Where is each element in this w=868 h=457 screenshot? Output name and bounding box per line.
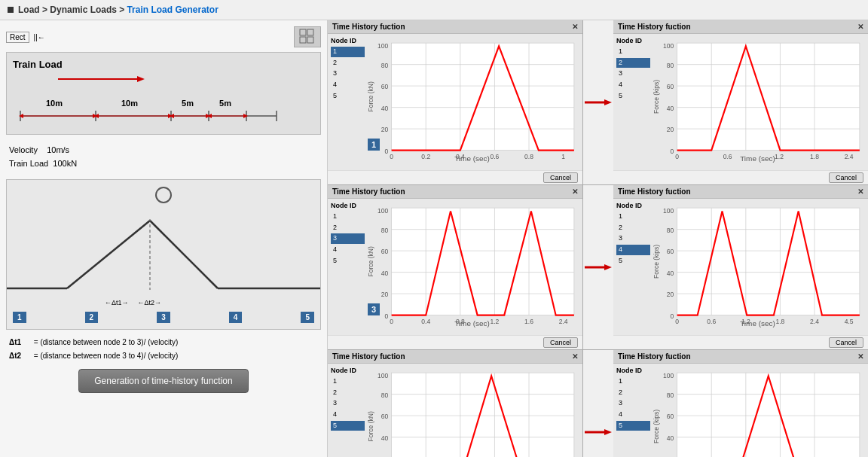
chart-2-close[interactable]: ✕ bbox=[857, 23, 863, 31]
node-2-5[interactable]: 5 bbox=[616, 91, 650, 102]
node-4-box[interactable]: 4 bbox=[229, 312, 243, 323]
toolbar-rect[interactable]: Rect bbox=[6, 32, 29, 43]
svg-text:80: 80 bbox=[381, 227, 389, 234]
chart-3-area: Time (sec) Force (kN) 0 20 40 60 80 100 … bbox=[365, 202, 579, 332]
chart-cell-1: Time History fuction ✕ Node ID 1 2 3 4 5 bbox=[328, 20, 583, 184]
svg-text:0.6: 0.6 bbox=[723, 153, 732, 160]
chart-1-cancel[interactable]: Cancel bbox=[543, 172, 578, 183]
svg-text:2.4: 2.4 bbox=[559, 318, 568, 325]
breadcrumb-link[interactable]: Train Load Generator bbox=[127, 5, 218, 15]
node-3-1[interactable]: 1 bbox=[331, 212, 365, 222]
node-1-4[interactable]: 4 bbox=[331, 80, 365, 90]
node-6-1[interactable]: 1 bbox=[616, 376, 650, 387]
chart-6-nodelist: Node ID 1 2 3 4 5 bbox=[616, 367, 650, 457]
node-5-5[interactable]: 5 bbox=[331, 421, 365, 431]
svg-text:60: 60 bbox=[667, 413, 674, 420]
node-4-3[interactable]: 3 bbox=[616, 233, 650, 244]
formula-section: Δt1 = (distance between node 2 to 3)/ (v… bbox=[6, 336, 321, 363]
node-id-label-6: Node ID bbox=[616, 367, 650, 374]
node-2-box[interactable]: 2 bbox=[85, 312, 99, 323]
svg-text:4.5: 4.5 bbox=[845, 318, 854, 325]
node-6-4[interactable]: 4 bbox=[616, 410, 650, 420]
node-4-1[interactable]: 1 bbox=[616, 212, 650, 222]
svg-text:60: 60 bbox=[381, 413, 389, 420]
chart-3-badge: 3 bbox=[368, 303, 380, 315]
node-2-3[interactable]: 3 bbox=[616, 69, 650, 79]
node-5-1[interactable]: 1 bbox=[331, 376, 365, 387]
velocity-label: Velocity bbox=[9, 145, 38, 154]
svg-text:0.6: 0.6 bbox=[707, 318, 716, 325]
node-3-4[interactable]: 4 bbox=[331, 245, 365, 255]
svg-text:60: 60 bbox=[381, 248, 389, 255]
chart-row-1: Time History fuction ✕ Node ID 1 2 3 4 5 bbox=[328, 20, 868, 185]
svg-text:1: 1 bbox=[561, 153, 565, 160]
train-load-title: Train Load bbox=[13, 59, 314, 70]
node-2-1[interactable]: 1 bbox=[616, 47, 650, 57]
node-1-1[interactable]: 1 bbox=[331, 47, 365, 57]
svg-text:100: 100 bbox=[663, 42, 674, 50]
chart-4-header: Time History fuction ✕ bbox=[613, 185, 868, 199]
svg-text:0.2: 0.2 bbox=[421, 153, 430, 160]
chart-2-nodelist: Node ID 1 2 3 4 5 bbox=[616, 37, 650, 167]
chart-6-close[interactable]: ✕ bbox=[857, 352, 863, 361]
chart-4-cancel[interactable]: Cancel bbox=[829, 337, 863, 348]
delta-labels: ←Δt1→ ←Δt2→ bbox=[105, 299, 161, 306]
chart-3-nodelist: Node ID 1 2 3 4 5 bbox=[331, 202, 365, 332]
generate-button[interactable]: Generation of time-history function bbox=[78, 369, 248, 393]
chart-1-header: Time History fuction ✕ bbox=[328, 20, 582, 34]
velocity-value: 10m/s bbox=[47, 145, 69, 154]
svg-text:2.4: 2.4 bbox=[810, 318, 819, 325]
chart-1-close[interactable]: ✕ bbox=[572, 23, 578, 31]
circle-indicator bbox=[154, 186, 173, 204]
svg-marker-59 bbox=[604, 99, 612, 105]
node-3-5[interactable]: 5 bbox=[331, 256, 365, 267]
node-5-2[interactable]: 2 bbox=[331, 388, 365, 398]
node-1-3[interactable]: 3 bbox=[331, 69, 365, 79]
chart-4-close[interactable]: ✕ bbox=[857, 187, 863, 196]
node-6-2[interactable]: 2 bbox=[616, 388, 650, 398]
chart-cell-3: Time History fuction ✕ Node ID 1 2 3 4 5 bbox=[328, 185, 583, 349]
train-load-diagram: Train Load bbox=[6, 52, 321, 135]
node-6-3[interactable]: 3 bbox=[616, 398, 650, 409]
toolbar-align[interactable]: ||← bbox=[34, 33, 45, 41]
node-4-4[interactable]: 4 bbox=[616, 245, 650, 255]
svg-text:1.8: 1.8 bbox=[775, 318, 784, 325]
node-id-label-5: Node ID bbox=[331, 367, 365, 374]
node-5-box[interactable]: 5 bbox=[301, 312, 314, 323]
svg-rect-35 bbox=[392, 43, 574, 151]
delta2-arrow: ←Δt2→ bbox=[138, 299, 162, 306]
svg-text:100: 100 bbox=[663, 372, 674, 379]
chart-1-footer: Cancel bbox=[328, 170, 582, 184]
node-2-2[interactable]: 2 bbox=[616, 58, 650, 69]
chart-5-body: Node ID 1 2 3 4 5 bbox=[328, 364, 582, 457]
delta2-label: Δt2 bbox=[9, 352, 21, 360]
chart-4-footer: Cancel bbox=[613, 335, 868, 349]
svg-text:Force (kips): Force (kips) bbox=[653, 410, 660, 443]
node-6-5[interactable]: 5 bbox=[616, 421, 650, 431]
node-1-5[interactable]: 5 bbox=[331, 91, 365, 102]
svg-text:Force (kips): Force (kips) bbox=[653, 80, 660, 114]
chart-2-header: Time History fuction ✕ bbox=[613, 20, 868, 34]
node-4-5[interactable]: 5 bbox=[616, 256, 650, 267]
arrow-1-icon bbox=[585, 96, 612, 108]
svg-text:Force (kips): Force (kips) bbox=[653, 245, 660, 279]
train-direction-arrow bbox=[58, 73, 148, 85]
properties-section: Velocity 10m/s Train Load 100kN bbox=[6, 141, 321, 173]
node-1-box[interactable]: 1 bbox=[13, 312, 26, 323]
chart-3-close[interactable]: ✕ bbox=[572, 187, 578, 196]
node-3-2[interactable]: 2 bbox=[331, 223, 365, 233]
node-3-box[interactable]: 3 bbox=[157, 312, 170, 323]
node-1-2[interactable]: 2 bbox=[331, 58, 365, 69]
svg-text:80: 80 bbox=[667, 62, 674, 69]
node-4-2[interactable]: 2 bbox=[616, 223, 650, 233]
node-5-4[interactable]: 4 bbox=[331, 410, 365, 420]
delta1-label: Δt1 bbox=[9, 338, 21, 346]
chart-2-cancel[interactable]: Cancel bbox=[829, 172, 863, 183]
node-5-3[interactable]: 3 bbox=[331, 398, 365, 409]
chart-5-close[interactable]: ✕ bbox=[572, 352, 578, 361]
node-3-3[interactable]: 3 bbox=[331, 233, 365, 244]
chart-row-3: Time History fuction ✕ Node ID 1 2 3 4 5 bbox=[328, 350, 868, 457]
chart-3-cancel[interactable]: Cancel bbox=[543, 337, 578, 348]
toolbar: Rect ||← bbox=[6, 26, 321, 47]
node-2-4[interactable]: 4 bbox=[616, 80, 650, 90]
